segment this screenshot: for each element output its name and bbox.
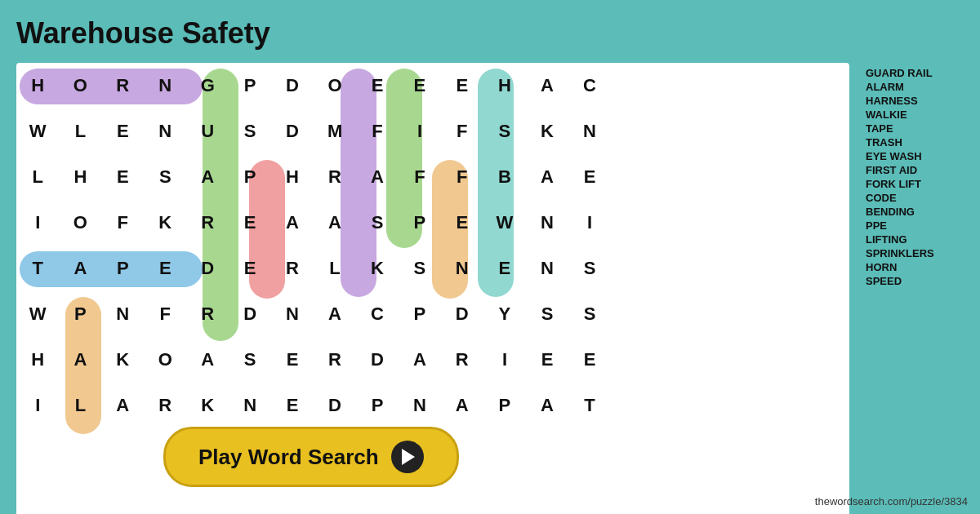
grid-cell: P [483,383,526,428]
grid-cell: D [441,291,483,337]
grid-cell: A [59,246,101,291]
grid-cell: R [314,154,356,200]
grid-cell: N [526,246,568,291]
grid-cell: E [441,63,483,109]
grid-cell: S [229,109,271,154]
grid-cell: E [271,337,314,383]
play-icon [391,441,424,473]
grid-cell: L [314,246,356,291]
grid-cell: S [483,109,526,154]
grid-cell: E [271,383,314,428]
grid-cell: K [186,383,229,428]
grid-cell: P [356,383,399,428]
grid-cell: L [59,109,101,154]
grid-cell: G [186,63,229,109]
grid-cell: D [314,383,356,428]
grid-cell: A [314,200,356,246]
word-list-item: HORN [866,261,956,273]
word-list-item: WALKIE [866,109,956,121]
grid-cell: L [59,383,101,428]
grid-cell: E [144,246,186,291]
grid-cell: O [144,337,186,383]
grid-cell: K [101,337,144,383]
grid-cell: E [101,109,144,154]
grid-cell: A [356,154,399,200]
grid-cell: F [101,200,144,246]
grid-cell: E [526,337,568,383]
grid-cell: A [441,383,483,428]
grid-cell: N [399,383,441,428]
grid-table: HORNGPDOEEEHACWLENUSDMFIFSKNLHESAPHRAFFB… [16,63,611,428]
grid-cell: S [526,291,568,337]
grid-cell: D [229,291,271,337]
grid-cell: W [16,291,59,337]
grid-cell: F [441,154,483,200]
grid-cell: R [186,200,229,246]
grid-cell: E [568,337,611,383]
grid-cell: A [526,63,568,109]
grid-cell: O [314,63,356,109]
grid-cell: H [16,337,59,383]
grid-cell: R [101,63,144,109]
grid-cell: L [16,154,59,200]
grid-cell: T [16,246,59,291]
grid-cell: A [186,337,229,383]
grid-cell: S [568,291,611,337]
grid-cell: F [356,109,399,154]
grid-cell: H [271,154,314,200]
grid-cell: I [568,200,611,246]
grid-cell: R [186,291,229,337]
grid-cell: F [144,291,186,337]
grid-cell: Y [483,291,526,337]
word-list-item: PPE [866,219,956,232]
grid-cell: R [144,383,186,428]
grid-cell: I [483,337,526,383]
grid-cell: R [314,337,356,383]
word-list: GUARD RAILALARMHARNESSWALKIETAPETRASHEYE… [858,63,964,514]
grid-cell: D [186,246,229,291]
grid-cell: W [483,200,526,246]
word-list-item: HARNESS [866,95,956,107]
word-list-item: TAPE [866,122,956,135]
grid-cell: A [186,154,229,200]
grid-cell: B [483,154,526,200]
grid-cell: A [271,200,314,246]
grid-cell: S [356,200,399,246]
grid-cell: A [526,154,568,200]
play-word-search-button[interactable]: Play Word Search [163,427,459,487]
word-list-item: ALARM [866,81,956,93]
grid-cell: K [144,200,186,246]
grid-cell: O [59,63,101,109]
grid-cell: N [144,63,186,109]
grid-cell: O [59,200,101,246]
word-list-item: CODE [866,192,956,204]
grid-cell: N [271,291,314,337]
play-button-label: Play Word Search [198,445,379,470]
word-list-item: FORK LIFT [866,178,956,190]
grid-cell: P [101,246,144,291]
grid-cell: D [271,63,314,109]
grid-cell: R [271,246,314,291]
grid-cell: E [483,246,526,291]
grid-cell: E [441,200,483,246]
grid-cell: D [356,337,399,383]
grid-cell: U [186,109,229,154]
grid-cell: A [399,337,441,383]
grid-cell: M [314,109,356,154]
grid-cell: E [101,154,144,200]
grid-cell: A [59,337,101,383]
grid-cell: I [399,109,441,154]
grid-cell: N [144,109,186,154]
content-area: HORNGPDOEEEHACWLENUSDMFIFSKNLHESAPHRAFFB… [16,63,964,514]
grid-cell: S [399,246,441,291]
grid-cell: A [314,291,356,337]
grid-cell: E [399,63,441,109]
grid-cell: I [16,200,59,246]
grid-cell: E [568,154,611,200]
grid-cell: S [229,337,271,383]
play-button-area: Play Word Search [163,427,459,487]
grid-cell: T [568,383,611,428]
main-container: Warehouse Safety [0,0,980,514]
grid-cell: I [16,383,59,428]
grid-cell: F [441,109,483,154]
